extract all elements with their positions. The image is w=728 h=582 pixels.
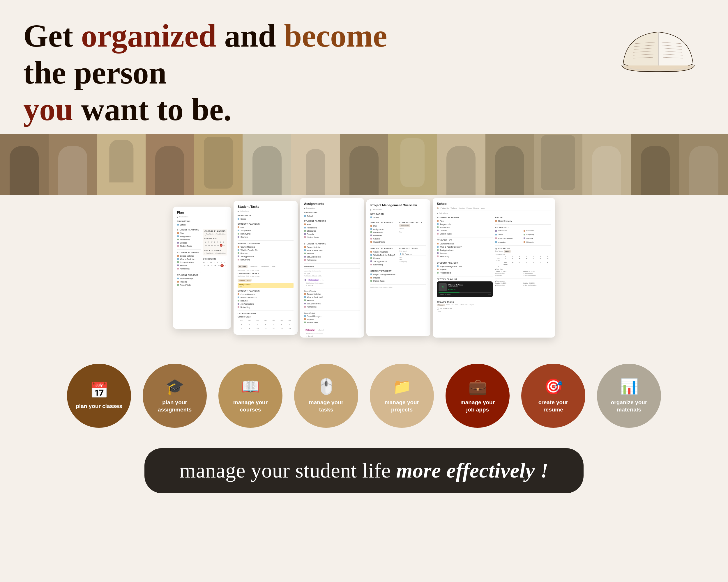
accent-become: become <box>284 18 387 54</box>
graduation-icon: 🎓 <box>165 378 184 395</box>
icon-manage-tasks-label: manage yourtasks <box>309 399 343 413</box>
strip-photo-9 <box>388 134 437 195</box>
strip-photo-11 <box>486 134 534 195</box>
accent-you: you <box>23 92 73 127</box>
icon-create-resume[interactable]: 🎯 create yourresume <box>521 364 585 428</box>
spreadsheet-icon: 📊 <box>620 378 639 395</box>
panel-school-title: School <box>437 202 551 205</box>
folder-icon: 📁 <box>393 378 412 395</box>
strip-photo-1 <box>0 134 49 195</box>
track-artist: Arctic Monkeys <box>448 286 463 287</box>
icon-plan-classes-label: plan your classes <box>76 403 122 410</box>
panel-pm-title: Project Management Overview <box>370 203 426 207</box>
strip-photo-7 <box>291 134 340 195</box>
icon-manage-job-apps[interactable]: 💼 manage yourjob apps <box>445 364 510 428</box>
strip-photo-8 <box>340 134 388 195</box>
banner-text: manage your student life more effectivel… <box>179 459 549 483</box>
panel-plan-instructions: ▶Instructions <box>177 216 227 218</box>
icon-organize-materials[interactable]: 📊 organize yourmaterials <box>597 364 661 428</box>
icon-manage-courses[interactable]: 📖 manage yourcourses <box>218 364 283 428</box>
strip-photo-13 <box>582 134 631 195</box>
icon-manage-tasks[interactable]: 🖱️ manage yourtasks <box>294 364 358 428</box>
book-open-icon: 📖 <box>241 378 260 395</box>
icon-plan-assignments-label: plan yourassignments <box>158 399 191 413</box>
strip-photo-15 <box>679 134 728 195</box>
strip-photo-4 <box>146 134 194 195</box>
calendar-icon: 📅 <box>90 382 109 399</box>
icon-plan-assignments[interactable]: 🎓 plan yourassignments <box>143 364 207 428</box>
panels-container: Plan ▶Instructions Navigation School Stu… <box>0 198 728 346</box>
strip-photo-6 <box>242 134 291 195</box>
panel-school[interactable]: School 🏠 Productivity Wellness Nutrition… <box>433 198 555 337</box>
banner-pill: manage your student life more effectivel… <box>145 448 583 493</box>
headline-get: Get <box>23 18 81 54</box>
icon-plan-classes[interactable]: 📅 plan your classes <box>67 364 131 428</box>
panel-plan[interactable]: Plan ▶Instructions Navigation School Stu… <box>173 206 231 329</box>
icon-manage-projects[interactable]: 📁 manage yourprojects <box>370 364 434 428</box>
strip-photo-5 <box>194 134 243 195</box>
spotify-widget[interactable]: ♫ I Wanna Be Yours Arctic Monkeys ▶ Save… <box>437 281 493 297</box>
icon-organize-materials-label: organize yourmaterials <box>611 399 647 413</box>
strip-photo-2 <box>49 134 97 195</box>
panel-assignments-title: Assignments <box>304 202 360 205</box>
strip-photo-14 <box>631 134 680 195</box>
nav-school[interactable]: School <box>177 223 227 226</box>
icon-manage-projects-label: manage yourprojects <box>385 399 419 413</box>
accent-organized: organized <box>81 18 216 54</box>
panel-project-management[interactable]: Project Management Overview ▶Instruction… <box>366 199 431 336</box>
panel-student-tasks[interactable]: Student Tasks ▶Instructions Navigation S… <box>234 201 297 335</box>
photo-strip <box>0 134 728 195</box>
briefcase-icon: 💼 <box>468 378 487 395</box>
panel-assignments[interactable]: Assignments ▶Instructions Navigation Sch… <box>300 198 364 337</box>
strip-photo-10 <box>437 134 486 195</box>
panel-tasks-title: Student Tasks <box>238 205 293 209</box>
cursor-icon: 🖱️ <box>317 378 336 395</box>
book-illustration <box>612 18 705 82</box>
strip-photo-12 <box>534 134 582 195</box>
icons-row: 📅 plan your classes 🎓 plan yourassignmen… <box>0 346 728 442</box>
target-icon: 🎯 <box>544 378 563 395</box>
bottom-banner: manage your student life more effectivel… <box>0 442 728 505</box>
panel-plan-title: Plan <box>177 211 227 214</box>
header: Get organized and become the personyou w… <box>0 0 728 134</box>
icon-create-resume-label: create yourresume <box>539 399 568 413</box>
strip-photo-3 <box>97 134 146 195</box>
icon-manage-courses-label: manage yourcourses <box>233 399 268 413</box>
panel-tasks-instructions: ▶Instructions <box>238 210 293 212</box>
headline: Get organized and become the personyou w… <box>23 18 431 128</box>
icon-manage-job-apps-label: manage yourjob apps <box>460 399 495 413</box>
